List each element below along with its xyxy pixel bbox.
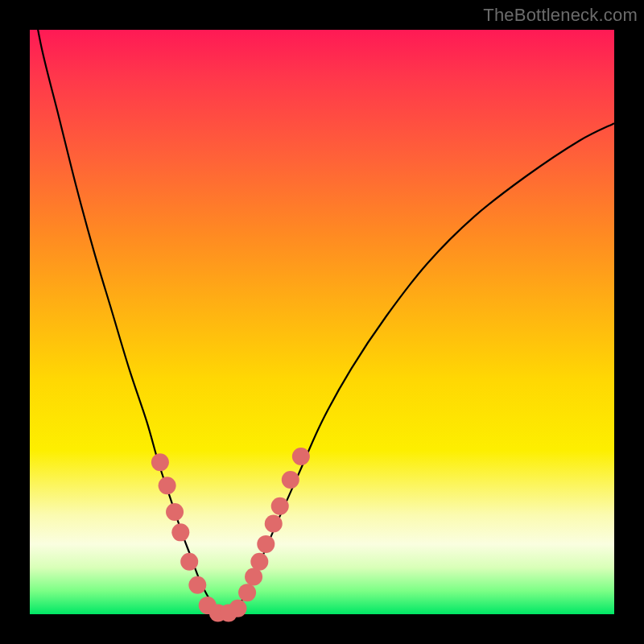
chart-overlay [30,30,614,614]
highlight-dot [245,568,262,586]
highlight-dot [159,477,176,494]
highlight-dots [151,448,310,622]
watermark-text: TheBottleneck.com [483,5,638,26]
highlight-dot [265,514,283,532]
highlight-dot [166,503,184,521]
highlight-dot [180,553,198,571]
chart-frame: TheBottleneck.com [0,0,644,644]
highlight-dot [271,497,289,515]
highlight-dot [151,453,169,471]
bottleneck-curve [30,0,614,614]
highlight-dot [171,523,189,541]
highlight-dot [250,553,268,571]
highlight-dot [257,535,275,553]
highlight-dot [292,448,310,465]
highlight-dot [229,600,246,617]
highlight-dot [188,576,206,594]
highlight-dot [282,471,299,489]
highlight-dot [238,584,256,601]
